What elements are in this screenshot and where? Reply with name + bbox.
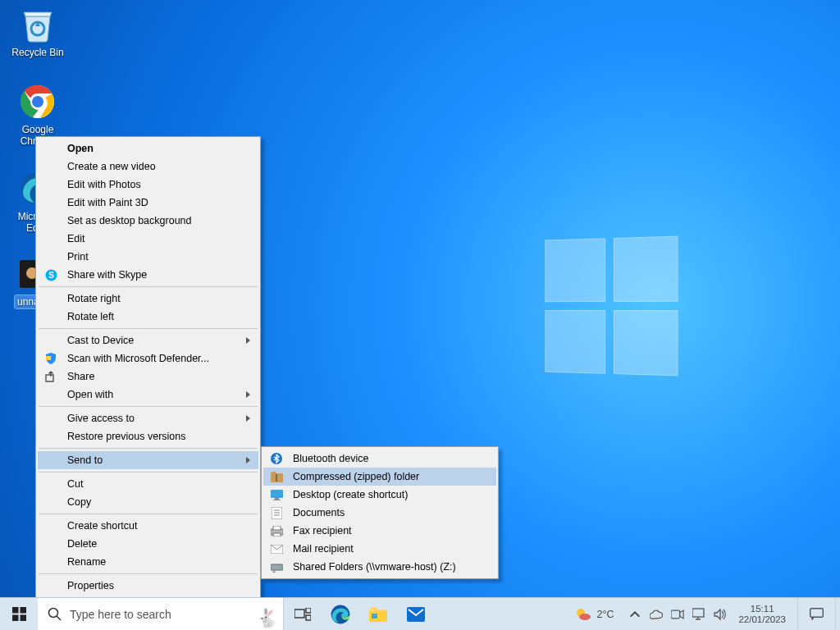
ctx-set-background[interactable]: Set as desktop background bbox=[38, 212, 258, 230]
zip-folder-icon bbox=[270, 470, 283, 483]
ctx-rotate-right[interactable]: Rotate right bbox=[38, 290, 258, 308]
ctx-scan-defender[interactable]: Scan with Microsoft Defender... bbox=[38, 349, 258, 368]
ctx-edit-paint3d[interactable]: Edit with Paint 3D bbox=[38, 194, 258, 212]
svg-rect-23 bbox=[273, 533, 281, 536]
svg-rect-30 bbox=[20, 615, 26, 622]
sendto-shared-folders[interactable]: Shared Folders (\\vmware-host) (Z:) bbox=[263, 558, 496, 576]
ctx-open[interactable]: Open bbox=[38, 139, 258, 158]
recycle-bin-icon bbox=[20, 7, 56, 43]
svg-rect-38 bbox=[372, 614, 377, 619]
search-decoration-icon: 🐇 bbox=[256, 608, 278, 629]
ctx-give-access[interactable]: Give access to bbox=[38, 409, 258, 427]
desktop[interactable]: Recycle Bin Google Chrome Microsoft Edge… bbox=[0, 0, 840, 630]
chevron-right-icon bbox=[246, 457, 250, 463]
weather-temp: 2°C bbox=[596, 609, 614, 620]
documents-icon bbox=[270, 506, 283, 519]
svg-point-26 bbox=[280, 566, 281, 568]
taskbar-app-mail[interactable] bbox=[397, 598, 435, 631]
action-center-button[interactable] bbox=[797, 598, 835, 631]
svg-point-3 bbox=[32, 96, 43, 107]
separator bbox=[39, 448, 258, 449]
sendto-compressed-folder[interactable]: Compressed (zipped) folder bbox=[263, 468, 496, 486]
sendto-submenu: Bluetooth device Compressed (zipped) fol… bbox=[261, 446, 499, 579]
windows-start-icon bbox=[12, 607, 26, 621]
weather-widget[interactable]: 2°C bbox=[568, 606, 620, 623]
taskbar-app-edge[interactable] bbox=[322, 598, 359, 631]
ctx-print[interactable]: Print bbox=[38, 248, 258, 266]
chrome-icon bbox=[20, 84, 56, 120]
start-button[interactable] bbox=[0, 598, 38, 631]
defender-icon bbox=[44, 352, 57, 365]
sendto-fax[interactable]: Fax recipient bbox=[263, 522, 496, 540]
weather-icon bbox=[575, 606, 591, 623]
chevron-right-icon bbox=[246, 415, 250, 422]
ctx-restore-versions[interactable]: Restore previous versions bbox=[38, 427, 258, 445]
ctx-edit[interactable]: Edit bbox=[38, 230, 258, 248]
sendto-mail[interactable]: Mail recipient bbox=[263, 540, 496, 558]
svg-line-32 bbox=[57, 616, 61, 620]
taskbar-time: 15:11 bbox=[738, 604, 786, 614]
mail-icon bbox=[270, 542, 283, 555]
desktop-icon-label: Recycle Bin bbox=[9, 46, 66, 59]
ctx-create-shortcut[interactable]: Create shortcut bbox=[38, 517, 258, 535]
ctx-send-to[interactable]: Send to bbox=[38, 451, 258, 469]
svg-rect-13 bbox=[276, 474, 277, 482]
taskbar-app-explorer[interactable] bbox=[359, 598, 397, 631]
sendto-documents[interactable]: Documents bbox=[263, 504, 496, 522]
svg-rect-14 bbox=[271, 490, 283, 498]
svg-rect-11 bbox=[46, 375, 53, 381]
edge-icon bbox=[331, 605, 350, 624]
ctx-copy[interactable]: Copy bbox=[38, 493, 258, 511]
desktop-icon bbox=[270, 488, 283, 501]
tray-volume-icon[interactable] bbox=[714, 608, 727, 621]
separator bbox=[39, 573, 258, 574]
taskbar: Type here to search 🐇 2°C bbox=[0, 597, 840, 630]
svg-point-31 bbox=[49, 609, 58, 618]
sendto-bluetooth[interactable]: Bluetooth device bbox=[263, 450, 496, 468]
ctx-rotate-left[interactable]: Rotate left bbox=[38, 308, 258, 326]
ctx-cut[interactable]: Cut bbox=[38, 475, 258, 493]
search-box[interactable]: Type here to search 🐇 bbox=[38, 598, 284, 631]
taskbar-date: 22/01/2023 bbox=[738, 614, 786, 625]
ctx-share-skype[interactable]: S Share with Skype bbox=[38, 266, 258, 284]
chevron-right-icon bbox=[246, 391, 250, 398]
chevron-right-icon bbox=[246, 337, 250, 344]
tray-overflow-button[interactable] bbox=[628, 608, 641, 621]
taskbar-clock[interactable]: 15:11 22/01/2023 bbox=[735, 604, 789, 625]
svg-rect-29 bbox=[12, 615, 19, 622]
ctx-share[interactable]: Share bbox=[38, 368, 258, 386]
search-placeholder: Type here to search bbox=[70, 608, 171, 621]
ctx-properties[interactable]: Properties bbox=[38, 577, 258, 595]
notification-icon bbox=[810, 608, 824, 620]
file-explorer-icon bbox=[369, 607, 387, 622]
windows-logo-wallpaper bbox=[545, 235, 681, 379]
svg-rect-15 bbox=[275, 498, 279, 500]
desktop-icon-recycle-bin[interactable]: Recycle Bin bbox=[7, 7, 69, 59]
share-icon bbox=[44, 370, 57, 383]
tray-onedrive-icon[interactable] bbox=[650, 608, 663, 621]
svg-rect-10 bbox=[46, 356, 51, 360]
svg-rect-16 bbox=[273, 500, 281, 500]
separator bbox=[39, 406, 258, 407]
ctx-rename[interactable]: Rename bbox=[38, 553, 258, 571]
task-view-icon bbox=[294, 608, 311, 621]
svg-rect-43 bbox=[692, 609, 704, 617]
ctx-open-with[interactable]: Open with bbox=[38, 386, 258, 404]
ctx-create-video[interactable]: Create a new video bbox=[38, 158, 258, 176]
ctx-cast-to-device[interactable]: Cast to Device bbox=[38, 331, 258, 349]
task-view-button[interactable] bbox=[284, 598, 322, 631]
ctx-edit-photos[interactable]: Edit with Photos bbox=[38, 176, 258, 194]
svg-rect-44 bbox=[810, 609, 824, 618]
tray-meetnow-icon[interactable] bbox=[671, 608, 684, 621]
system-tray: 15:11 22/01/2023 bbox=[620, 604, 797, 625]
ctx-delete[interactable]: Delete bbox=[38, 535, 258, 553]
separator bbox=[39, 514, 258, 514]
tray-network-icon[interactable] bbox=[692, 608, 705, 621]
svg-point-41 bbox=[579, 614, 591, 620]
show-desktop-button[interactable] bbox=[835, 598, 840, 631]
sendto-desktop-shortcut[interactable]: Desktop (create shortcut) bbox=[263, 486, 496, 504]
svg-rect-35 bbox=[306, 615, 311, 620]
mail-app-icon bbox=[407, 607, 425, 622]
fax-icon bbox=[270, 524, 283, 537]
search-icon bbox=[48, 607, 62, 621]
